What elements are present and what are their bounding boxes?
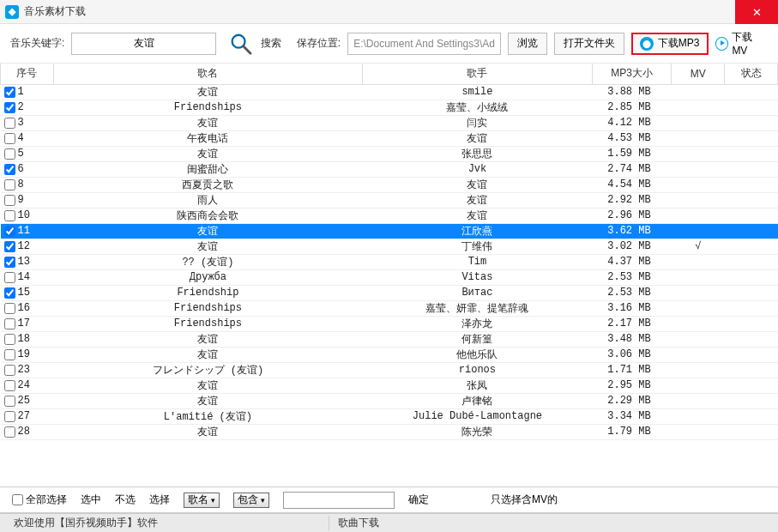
cell-artist: 嘉莹、小绒绒 xyxy=(363,100,593,115)
row-checkbox[interactable] xyxy=(4,257,15,268)
row-checkbox[interactable] xyxy=(4,102,15,113)
row-checkbox[interactable] xyxy=(4,133,15,144)
select-in-button[interactable]: 选中 xyxy=(81,493,101,507)
header-mv[interactable]: MV xyxy=(672,63,725,84)
results-table-wrap[interactable]: 序号 歌名 歌手 MP3大小 MV 状态 1友谊smile3.88 MB2Fri… xyxy=(0,63,778,487)
row-checkbox[interactable] xyxy=(4,396,15,407)
table-row[interactable]: 3友谊闫实4.12 MB xyxy=(1,115,778,130)
search-label[interactable]: 搜索 xyxy=(261,36,281,51)
table-row[interactable]: 24友谊张凤2.95 MB xyxy=(1,378,778,393)
cell-mv xyxy=(672,254,725,269)
deselect-button[interactable]: 不选 xyxy=(115,493,136,507)
row-checkbox[interactable] xyxy=(4,148,15,160)
save-location-input[interactable] xyxy=(347,33,501,55)
table-row[interactable]: 13?? (友谊)Tim4.37 MB xyxy=(1,254,778,269)
row-checkbox[interactable] xyxy=(4,303,15,314)
table-row[interactable]: 10陕西商会会歌友谊2.96 MB xyxy=(1,208,778,223)
cell-state xyxy=(725,177,778,192)
row-checkbox[interactable] xyxy=(4,272,15,283)
table-row[interactable]: 17Friendships泽亦龙2.17 MB xyxy=(1,316,778,331)
table-row[interactable]: 1友谊smile3.88 MB xyxy=(1,84,778,100)
cell-song: フレンドシップ (友谊) xyxy=(53,362,362,378)
cell-song: 友谊 xyxy=(53,84,362,100)
row-checkbox[interactable] xyxy=(4,365,15,376)
keyword-input[interactable] xyxy=(71,33,216,55)
cell-state xyxy=(725,300,778,316)
row-checkbox[interactable] xyxy=(4,426,15,438)
ok-button[interactable]: 确定 xyxy=(408,493,429,507)
table-row[interactable]: 18友谊何新篁3.48 MB xyxy=(1,331,778,347)
cell-song: 友谊 xyxy=(53,393,362,408)
cell-artist: rionos xyxy=(363,362,593,378)
row-checkbox[interactable] xyxy=(4,226,15,237)
cell-state xyxy=(725,378,778,393)
table-row[interactable]: 11友谊江欣燕3.62 MB xyxy=(1,223,778,239)
row-checkbox[interactable] xyxy=(4,411,15,422)
row-checkbox[interactable] xyxy=(4,349,15,360)
row-checkbox[interactable] xyxy=(4,164,15,175)
row-checkbox[interactable] xyxy=(4,334,15,345)
table-row[interactable]: 9雨人友谊2.92 MB xyxy=(1,192,778,208)
table-row[interactable]: 27L'amitié (友谊)Julie Dubé-Lamontagne3.34… xyxy=(1,408,778,424)
open-folder-button[interactable]: 打开文件夹 xyxy=(554,33,624,55)
table-row[interactable]: 15FriendshipВитас2.53 MB xyxy=(1,285,778,300)
table-row[interactable]: 2Friendships嘉莹、小绒绒2.85 MB xyxy=(1,100,778,115)
cell-song: 友谊 xyxy=(53,347,362,362)
cell-size: 4.12 MB xyxy=(592,115,672,130)
search-icon[interactable] xyxy=(228,31,254,57)
header-state[interactable]: 状态 xyxy=(725,63,778,84)
row-checkbox[interactable] xyxy=(4,87,15,98)
row-checkbox[interactable] xyxy=(4,380,15,391)
mv-only-button[interactable]: 只选择含MV的 xyxy=(491,493,558,507)
cd-icon: ⬤ xyxy=(640,37,654,51)
filter-input[interactable] xyxy=(283,492,395,509)
row-checkbox[interactable] xyxy=(4,195,15,206)
cell-mv xyxy=(672,115,725,130)
cell-artist: 友谊 xyxy=(363,177,593,192)
table-row[interactable]: 25友谊卢律铭2.29 MB xyxy=(1,393,778,408)
cell-song: 雨人 xyxy=(53,192,362,208)
download-mp3-button[interactable]: ⬤下载MP3 xyxy=(631,33,709,55)
table-row[interactable]: 6闺蜜甜心Jvk2.74 MB xyxy=(1,161,778,177)
cell-state xyxy=(725,393,778,408)
table-row[interactable]: 28友谊陈光荣1.79 MB xyxy=(1,424,778,439)
cell-state xyxy=(725,316,778,331)
table-row[interactable]: 14ДружбаVitas2.53 MB xyxy=(1,269,778,285)
download-mv-button[interactable]: 下载MV xyxy=(715,30,769,57)
row-checkbox[interactable] xyxy=(4,210,15,221)
table-row[interactable]: 23フレンドシップ (友谊)rionos1.71 MB xyxy=(1,362,778,378)
cell-mv xyxy=(672,223,725,239)
header-artist[interactable]: 歌手 xyxy=(363,63,593,84)
browse-button[interactable]: 浏览 xyxy=(508,33,547,55)
cell-size: 1.71 MB xyxy=(592,362,672,378)
header-index[interactable]: 序号 xyxy=(1,63,54,84)
row-checkbox[interactable] xyxy=(4,287,15,299)
cell-state xyxy=(725,239,778,254)
cell-state xyxy=(725,424,778,439)
field-dropdown[interactable]: 歌名 xyxy=(184,493,220,508)
header-song[interactable]: 歌名 xyxy=(53,63,362,84)
header-size[interactable]: MP3大小 xyxy=(592,63,672,84)
close-button[interactable]: ✕ xyxy=(735,0,778,24)
row-checkbox[interactable] xyxy=(4,318,15,329)
table-row[interactable]: 4午夜电话友谊4.53 MB xyxy=(1,130,778,146)
row-checkbox[interactable] xyxy=(4,179,15,190)
status-left: 欢迎使用【国乔视频助手】软件 xyxy=(5,516,329,530)
table-row[interactable]: 12友谊丁维伟3.02 MB√ xyxy=(1,239,778,254)
row-checkbox[interactable] xyxy=(4,118,15,129)
table-row[interactable]: 5友谊张思思1.59 MB xyxy=(1,146,778,161)
cell-mv xyxy=(672,100,725,115)
cell-mv xyxy=(672,393,725,408)
table-row[interactable]: 8西夏贡之歌友谊4.54 MB xyxy=(1,177,778,192)
cell-mv xyxy=(672,146,725,161)
table-row[interactable]: 19友谊他他乐队3.06 MB xyxy=(1,347,778,362)
cell-size: 2.29 MB xyxy=(592,393,672,408)
save-location-label: 保存位置: xyxy=(297,36,341,51)
select-label: 选择 xyxy=(149,493,170,507)
cell-size: 2.53 MB xyxy=(592,269,672,285)
cell-mv xyxy=(672,408,725,424)
table-row[interactable]: 16Friendships嘉莹、妍霏、提笔辞魂3.16 MB xyxy=(1,300,778,316)
row-checkbox[interactable] xyxy=(4,241,15,252)
contain-dropdown[interactable]: 包含 xyxy=(233,493,269,508)
select-all-checkbox[interactable]: 全部选择 xyxy=(12,493,67,507)
